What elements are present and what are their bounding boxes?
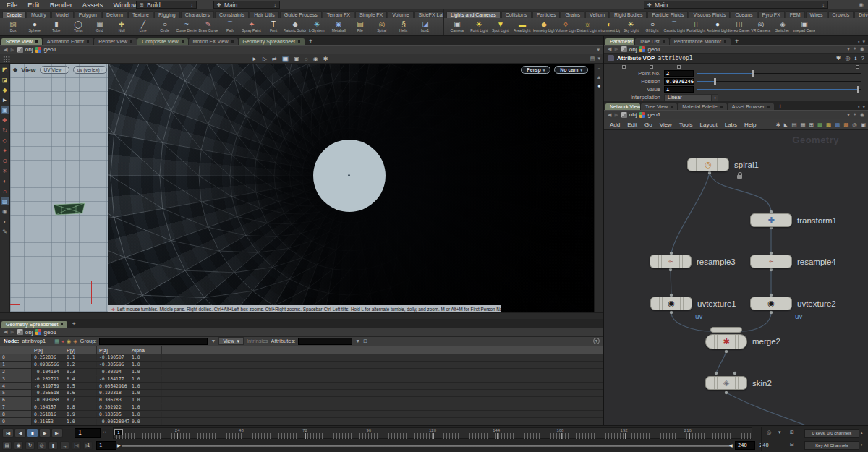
shelf-tool[interactable]: ▼ Spot Light (490, 20, 511, 33)
shelf-tool[interactable]: ◯ Torus (67, 20, 89, 33)
viewport-toolbar-icon[interactable]: ▣ (294, 56, 299, 62)
dropdown-icon[interactable]: ▾ (862, 39, 865, 45)
menu-item[interactable]: Edit (22, 1, 44, 9)
position-slider[interactable] (697, 78, 861, 85)
breadcrumb-geo1[interactable]: geo1 (639, 46, 660, 53)
table-row[interactable]: 0 0.252836 0.1 -0.190507 1.0 (0, 354, 603, 362)
window-icon[interactable]: ▪ (858, 39, 859, 45)
shelf-tab[interactable]: Deform (102, 11, 127, 18)
shelf-tool[interactable]: ✳ L-System (306, 20, 328, 33)
path-dropdown-icon[interactable]: ▾ (847, 112, 850, 118)
network-toolbar-icon[interactable]: ▤ (792, 121, 797, 128)
shelf-tab[interactable]: Viscous Fluids (689, 11, 730, 18)
spinner-icon[interactable]: ↕ (861, 443, 863, 447)
network-toolbar-icon[interactable]: ◎ (852, 121, 857, 128)
node-spiral1[interactable]: ◎ spiral1 (687, 158, 729, 171)
spinner-icon[interactable]: ↕ (712, 94, 718, 101)
pin-icon[interactable]: ◉ (860, 46, 864, 52)
shelf-tool[interactable]: ○ GI Light (642, 20, 663, 33)
back-icon[interactable]: ◀ (4, 47, 7, 53)
component-filter-icon[interactable]: ◉ (67, 338, 71, 344)
persp-menu-button[interactable]: Persp ▾ (521, 66, 550, 74)
shelf-tool[interactable]: ▦ Grid (89, 20, 111, 33)
playhead-marker[interactable]: 1 (114, 429, 123, 435)
pane-tab[interactable]: Performance Monitor (670, 38, 731, 45)
table-row[interactable]: 7 0.104157 0.8 0.302922 1.0 (0, 404, 603, 412)
key-search-icon[interactable]: ◎ (767, 430, 771, 435)
breadcrumb-geo1[interactable]: geo1 (35, 329, 56, 336)
component-filter-icon[interactable]: ◈ (73, 338, 77, 344)
playbar-option-icon[interactable]: ◉ (14, 441, 23, 450)
node-skin2[interactable]: ◈ skin2 (705, 376, 747, 390)
frame-step-forward-icon[interactable]: › (105, 430, 106, 434)
pin-add-icon[interactable]: + (854, 112, 856, 118)
path-dropdown-icon[interactable]: ▾ (597, 47, 600, 53)
network-toolbar-icon[interactable]: ▣ (861, 121, 866, 128)
node-uvtexture2[interactable]: ◉ uvtexture2 (750, 297, 792, 310)
playbar-option-icon[interactable]: → (60, 441, 69, 450)
add-pane-tab-button[interactable]: + (775, 103, 786, 110)
menu-item[interactable]: Render (45, 1, 77, 9)
viewport-toolbar-icon[interactable]: ▷ (263, 56, 267, 62)
shelf-tool[interactable]: ◉ Metaball (328, 20, 349, 33)
network-toolbar-icon[interactable]: ▦ (801, 121, 806, 128)
uv-attribute-menu-button[interactable]: uv (vertex) ▾ (73, 66, 107, 74)
shelf-tab[interactable]: Texture (128, 11, 153, 18)
shelf-tool[interactable]: ⌒ Path (219, 20, 241, 33)
menu-item[interactable]: File (1, 1, 22, 9)
list-toggle-icon[interactable]: ⊟ (363, 338, 367, 344)
network-toolbar-icon[interactable]: ▩ (843, 121, 848, 128)
shelf-tool[interactable]: ◆ Geometry Light (533, 20, 555, 33)
viewport-tool-icon[interactable]: ◩ (1, 65, 9, 74)
range-end-handle[interactable]: ◀ (729, 443, 733, 448)
shelf-tool[interactable]: ☀ Sky Light (620, 20, 642, 33)
shelf-tab[interactable]: Vellum (585, 11, 609, 18)
shelf-tab[interactable]: Terrain FX (323, 11, 354, 18)
network-toolbar-icon[interactable]: ▩ (817, 121, 822, 128)
shelf-tab[interactable]: Oceans (731, 11, 757, 18)
shelf-tool[interactable]: ⌒ Caustic Light (663, 20, 685, 33)
position-field[interactable]: 0.0970246 (664, 78, 694, 85)
forward-icon[interactable]: ▶ (614, 112, 618, 118)
intrinsics-dropdown[interactable]: Intrinsics (247, 338, 268, 344)
quick-selector[interactable]: ✚ Main ↕ (213, 1, 280, 9)
shelf-tool[interactable]: ▬ Area Light (511, 20, 533, 33)
shelf-tool[interactable]: ● Sphere (24, 20, 46, 33)
pane-tab[interactable]: Parameters (605, 38, 634, 45)
shelf-tab[interactable]: Modify (27, 11, 51, 18)
forward-icon[interactable]: ▶ (10, 47, 14, 53)
shelf-tab[interactable]: Collisions (501, 11, 532, 18)
pane-tab[interactable]: Animation Editor (43, 38, 93, 45)
shelf-tab[interactable]: Lights and Cameras (446, 11, 501, 18)
shelf-tool[interactable]: ◈ Switcher (772, 20, 793, 33)
shelf-tool[interactable]: ✦ Spray Paint (241, 20, 263, 33)
viewport-toolbar-icon[interactable]: ▦ (282, 56, 289, 62)
network-toolbar-icon[interactable]: ⊞ (809, 121, 814, 128)
shelf-tool[interactable]: ~ Curve Bezier (176, 20, 197, 33)
network-toolbar-icon[interactable]: ▩ (835, 121, 840, 128)
value-field[interactable]: 1 (664, 86, 694, 93)
viewport-tool-icon[interactable]: ✳ (1, 166, 9, 175)
viewport-toolbar-icon[interactable]: ◌ (305, 56, 308, 62)
shelf-tool[interactable]: ▮ Tube (46, 20, 67, 33)
viewport-tool-icon[interactable]: ◇ (1, 136, 9, 145)
uv-viewport[interactable]: ◆ View UV View ▾ uv (vertex) ▾ (10, 64, 109, 312)
column-header[interactable]: Alpha (129, 346, 162, 354)
table-row[interactable]: 8 0.261816 0.9 0.183505 1.0 (0, 411, 603, 418)
display-options-icon[interactable]: ▤ (590, 56, 595, 61)
keys-info-field[interactable]: 0 keys, 0/0 channels (804, 429, 859, 438)
node-merge2[interactable]: ✱ merge2 (705, 334, 747, 349)
network-menu-item[interactable]: Go (641, 121, 656, 128)
shelf-tab[interactable]: Guide Process (280, 11, 322, 18)
ramp-key[interactable] (622, 65, 626, 69)
dropdown-icon[interactable]: ▾ (862, 104, 865, 110)
table-row[interactable]: 5 -0.255518 0.6 0.192318 1.0 (0, 390, 603, 397)
network-canvas[interactable]: Geometry (604, 130, 868, 425)
dropdown-icon[interactable]: ▾ (778, 430, 781, 435)
spinner-icon[interactable]: ↕ (274, 2, 277, 7)
shelf-tab[interactable]: Wires (806, 11, 827, 18)
viewport-tool-icon[interactable]: ✚ (1, 116, 9, 124)
path-dropdown-icon[interactable]: ▾ (847, 46, 850, 52)
attributes-input[interactable] (298, 338, 352, 345)
arrow-up-icon[interactable]: ▴ (861, 430, 863, 435)
